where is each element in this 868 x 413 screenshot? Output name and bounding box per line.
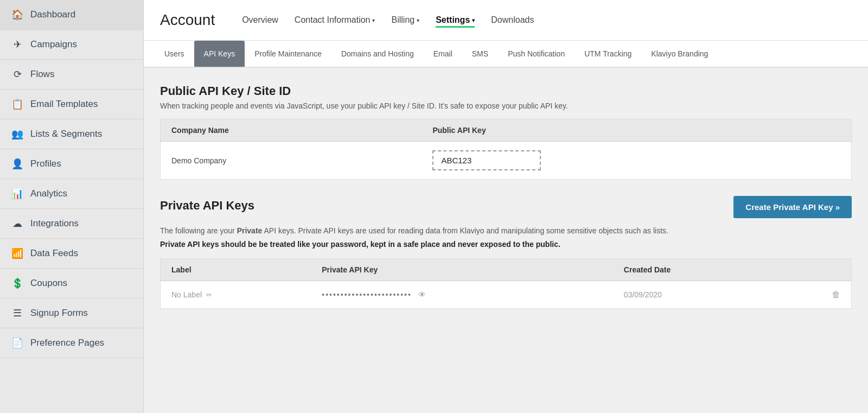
tab-domains-hosting[interactable]: Domains and Hosting xyxy=(331,41,424,67)
sidebar-item-integrations[interactable]: ☁ Integrations xyxy=(0,209,143,239)
delete-cell: 🗑 xyxy=(778,281,852,309)
edit-label-icon[interactable]: ✏ xyxy=(206,291,212,299)
flows-icon: ⟳ xyxy=(11,68,24,80)
tab-users[interactable]: Users xyxy=(155,41,194,67)
nav-contact-info[interactable]: Contact Information ▾ xyxy=(295,12,375,28)
public-api-key-input[interactable] xyxy=(432,150,541,170)
sidebar-label-data-feeds: Data Feeds xyxy=(30,248,78,259)
delete-key-icon[interactable]: 🗑 xyxy=(832,290,840,300)
preference-pages-icon: 📄 xyxy=(11,337,24,349)
api-key-cell xyxy=(422,142,851,180)
private-key-cell: •••••••••••••••••••••••• 👁 xyxy=(311,281,613,309)
sidebar-label-analytics: Analytics xyxy=(30,188,67,199)
created-date-cell: 03/09/2020 xyxy=(613,281,778,309)
sidebar-label-profiles: Profiles xyxy=(30,158,61,169)
sidebar-label-dashboard: Dashboard xyxy=(30,9,75,20)
nav-billing[interactable]: Billing ▾ xyxy=(391,12,419,28)
table-row: Demo Company xyxy=(161,142,852,180)
sidebar-label-preference-pages: Preference Pages xyxy=(30,338,104,348)
nav-downloads[interactable]: Downloads xyxy=(491,12,534,28)
create-private-key-button[interactable]: Create Private API Key » xyxy=(733,196,852,218)
main-content: Account Overview Contact Information ▾ B… xyxy=(144,0,868,413)
col-actions xyxy=(778,259,852,281)
col-label: Label xyxy=(161,259,311,281)
top-nav-links: Overview Contact Information ▾ Billing ▾… xyxy=(242,12,852,28)
tab-email[interactable]: Email xyxy=(424,41,462,67)
tab-profile-maintenance[interactable]: Profile Maintenance xyxy=(245,41,331,67)
label-cell: No Label ✏ xyxy=(161,281,311,309)
tab-utm-tracking[interactable]: UTM Tracking xyxy=(575,41,641,67)
tab-klaviyo-branding[interactable]: Klaviyo Branding xyxy=(641,41,718,67)
col-public-api-key: Public API Key xyxy=(422,119,851,142)
sub-tabs-bar: Users API Keys Profile Maintenance Domai… xyxy=(144,41,868,68)
private-api-desc: The following are your Private API keys.… xyxy=(160,225,852,237)
company-name-cell: Demo Company xyxy=(161,142,422,180)
sidebar-item-dashboard[interactable]: 🏠 Dashboard xyxy=(0,0,143,30)
sidebar-item-coupons[interactable]: 💲 Coupons xyxy=(0,269,143,298)
sidebar-item-email-templates[interactable]: 📋 Email Templates xyxy=(0,90,143,119)
data-feeds-icon: 📶 xyxy=(11,247,24,259)
sidebar-item-analytics[interactable]: 📊 Analytics xyxy=(0,179,143,209)
sidebar-label-lists-segments: Lists & Segments xyxy=(30,129,102,139)
home-icon: 🏠 xyxy=(11,9,24,21)
email-templates-icon: 📋 xyxy=(11,98,24,110)
coupons-icon: 💲 xyxy=(11,277,24,289)
integrations-icon: ☁ xyxy=(11,218,24,230)
private-api-warning: Private API keys should be be treated li… xyxy=(160,240,852,249)
settings-caret: ▾ xyxy=(472,17,475,23)
sidebar-item-profiles[interactable]: 👤 Profiles xyxy=(0,149,143,179)
private-key-dots: •••••••••••••••••••••••• xyxy=(322,290,412,299)
billing-caret: ▾ xyxy=(417,17,419,23)
col-private-api-key: Private API Key xyxy=(311,259,613,281)
public-api-title: Public API Key / Site ID xyxy=(160,84,852,98)
tab-api-keys[interactable]: API Keys xyxy=(194,41,245,67)
signup-forms-icon: ☰ xyxy=(11,307,24,319)
top-navigation: Account Overview Contact Information ▾ B… xyxy=(144,0,868,41)
campaigns-icon: ✈ xyxy=(11,39,24,50)
contact-info-caret: ▾ xyxy=(372,17,375,23)
show-key-icon[interactable]: 👁 xyxy=(418,290,426,299)
sidebar-item-campaigns[interactable]: ✈ Campaigns xyxy=(0,30,143,60)
label-value: No Label xyxy=(171,290,202,299)
sidebar-item-data-feeds[interactable]: 📶 Data Feeds xyxy=(0,239,143,269)
private-api-title: Private API Keys xyxy=(160,199,254,213)
table-row: No Label ✏ •••••••••••••••••••••••• 👁 03… xyxy=(161,281,852,309)
col-created-date: Created Date xyxy=(613,259,778,281)
public-api-table: Company Name Public API Key Demo Company xyxy=(160,119,852,180)
page-title: Account xyxy=(160,11,215,29)
sidebar-label-flows: Flows xyxy=(30,69,54,80)
sidebar-label-integrations: Integrations xyxy=(30,218,79,229)
sidebar-item-signup-forms[interactable]: ☰ Signup Forms xyxy=(0,298,143,328)
tab-push-notification[interactable]: Push Notification xyxy=(498,41,575,67)
sidebar: 🏠 Dashboard ✈ Campaigns ⟳ Flows 📋 Email … xyxy=(0,0,144,413)
sidebar-label-signup-forms: Signup Forms xyxy=(30,308,88,319)
private-bold: Private xyxy=(237,226,263,235)
sidebar-item-preference-pages[interactable]: 📄 Preference Pages xyxy=(0,328,143,358)
public-api-desc: When tracking people and events via Java… xyxy=(160,101,852,110)
nav-overview[interactable]: Overview xyxy=(242,12,278,28)
nav-settings[interactable]: Settings ▾ xyxy=(436,12,475,28)
col-company-name: Company Name xyxy=(161,119,422,142)
lists-icon: 👥 xyxy=(11,128,24,140)
private-api-header: Private API Keys Create Private API Key … xyxy=(160,196,852,218)
content-area: Public API Key / Site ID When tracking p… xyxy=(144,68,868,413)
sidebar-label-email-templates: Email Templates xyxy=(30,99,98,110)
sidebar-label-campaigns: Campaigns xyxy=(30,39,77,50)
analytics-icon: 📊 xyxy=(11,188,24,200)
tab-sms[interactable]: SMS xyxy=(462,41,498,67)
private-api-table: Label Private API Key Created Date No La… xyxy=(160,258,852,309)
sidebar-label-coupons: Coupons xyxy=(30,278,67,289)
sidebar-item-flows[interactable]: ⟳ Flows xyxy=(0,60,143,90)
sidebar-item-lists-segments[interactable]: 👥 Lists & Segments xyxy=(0,119,143,149)
profiles-icon: 👤 xyxy=(11,158,24,170)
